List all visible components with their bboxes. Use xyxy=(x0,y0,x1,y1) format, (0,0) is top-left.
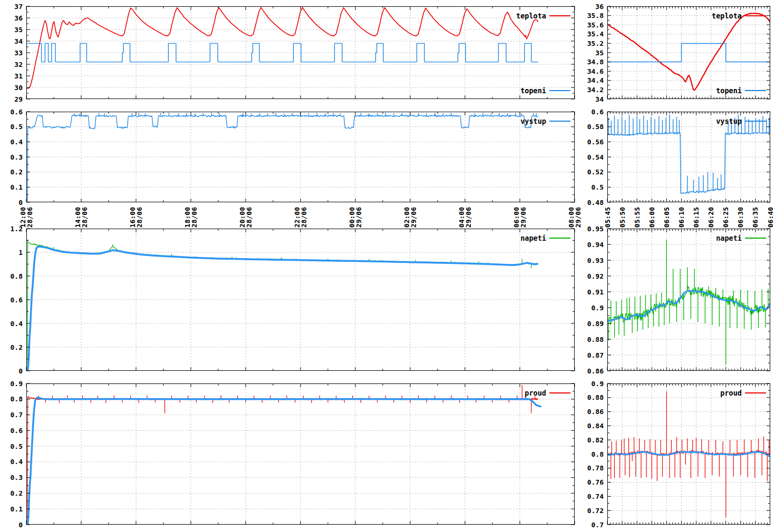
y-tick-label: 29 xyxy=(14,95,23,103)
legend-label-vystup: vystup xyxy=(520,117,546,125)
y-tick-label: 35.8 xyxy=(587,12,604,19)
y-tick-label: 34 xyxy=(14,37,23,45)
series-proud-smoothed-line xyxy=(28,398,541,525)
y-tick-label: 0.89 xyxy=(587,320,604,328)
y-tick-label: 0.72 xyxy=(587,507,604,515)
y-tick-label: 0.88 xyxy=(587,393,604,401)
series-vystup-line xyxy=(607,115,770,194)
y-tick-label: 0.94 xyxy=(587,241,604,249)
y-tick-label: 1.2 xyxy=(11,225,23,233)
grid-vystup-overview xyxy=(26,112,575,202)
legend-label-proud: proud xyxy=(525,389,546,397)
x-tick-labels-vystup-overview: 12:0028/0614:0028/0616:0028/0618:0028/06… xyxy=(19,207,582,228)
y-tick-label: 0.95 xyxy=(587,225,604,233)
y-tick-label: 34 xyxy=(595,95,604,103)
y-tick-label: 0.82 xyxy=(587,436,604,444)
grid-proud-overview xyxy=(26,383,575,525)
y-tick-labels-napeti-overview: 00.20.40.60.811.2 xyxy=(11,225,23,375)
y-tick-label: 0.5 xyxy=(11,442,23,450)
y-tick-label: 0.1 xyxy=(11,505,23,513)
series-group-vystup-detail xyxy=(607,115,770,194)
charts-canvas: 293031323334353637teplotatopeni3434.234.… xyxy=(0,0,775,532)
y-tick-label: 0.56 xyxy=(587,138,604,146)
y-tick-labels-teplota-topeni-overview: 293031323334353637 xyxy=(14,3,23,103)
y-tick-label: 30 xyxy=(14,84,23,92)
panel-vystup-detail: 0.480.50.520.540.560.580.605:4505:5005:5… xyxy=(587,108,774,228)
y-tick-label: 0.76 xyxy=(587,478,604,486)
series-group-proud-detail xyxy=(607,391,770,518)
grid-napeti-overview xyxy=(26,229,575,371)
x-tick-label-time: 05:45 xyxy=(604,207,612,228)
y-tick-label: 1 xyxy=(18,249,23,257)
gnuplot-multiplot: 293031323334353637teplotatopeni3434.234.… xyxy=(0,0,775,532)
y-tick-label: 0.92 xyxy=(587,272,604,280)
y-tick-label: 32 xyxy=(14,61,23,68)
y-tick-labels-napeti-detail: 0.860.870.880.890.90.910.920.930.940.95 xyxy=(587,225,604,375)
series-napeti-line xyxy=(607,240,770,364)
y-tick-label: 0.4 xyxy=(11,138,23,146)
x-tick-labels-vystup-detail: 05:4505:5005:5506:0006:0506:1006:1506:20… xyxy=(604,207,774,228)
y-tick-labels-proud-overview: 00.10.20.30.40.50.60.70.80.9 xyxy=(11,380,23,529)
y-tick-label: 34.8 xyxy=(587,58,604,66)
axes-napeti-detail xyxy=(607,229,770,371)
y-tick-label: 0.6 xyxy=(592,108,604,116)
y-tick-label: 0.4 xyxy=(11,320,23,328)
x-tick-label-time: 05:50 xyxy=(618,207,626,228)
y-tick-label: 0.88 xyxy=(587,336,604,343)
y-tick-labels-proud-detail: 0.70.720.740.760.780.80.820.840.860.880.… xyxy=(587,380,604,529)
x-tick-label-time: 06:00 xyxy=(648,207,656,228)
legend-label-topeni: topeni xyxy=(520,86,546,95)
y-tick-label: 0.86 xyxy=(587,408,604,416)
y-tick-label: 0 xyxy=(18,521,23,529)
y-tick-label: 0.8 xyxy=(11,395,23,403)
legend-label-teplota: teplota xyxy=(516,12,546,20)
grid-teplota-topeni-overview xyxy=(26,6,575,99)
x-tick-label-date: 28/06 xyxy=(81,207,89,228)
y-tick-label: 0.6 xyxy=(11,296,23,304)
y-tick-label: 33 xyxy=(14,49,23,57)
y-tick-label: 0.91 xyxy=(587,288,604,296)
x-tick-label-date: 29/06 xyxy=(355,207,363,228)
y-tick-label: 36 xyxy=(14,14,23,22)
x-tick-label-date: 29/06 xyxy=(410,207,418,228)
panel-napeti-detail: 0.860.870.880.890.90.910.920.930.940.95n… xyxy=(587,225,770,375)
x-tick-label-date: 28/06 xyxy=(135,207,143,228)
legend-vystup-overview: vystup xyxy=(520,117,570,125)
x-tick-label-date: 28/06 xyxy=(26,207,34,228)
x-tick-label-time: 06:10 xyxy=(677,207,685,228)
grid-teplota-topeni-detail xyxy=(607,6,770,99)
legend-label-napeti: napeti xyxy=(716,234,742,242)
x-tick-label-time: 06:20 xyxy=(707,207,715,228)
grid-vystup-detail xyxy=(607,112,770,202)
y-tick-label: 0.9 xyxy=(11,380,23,388)
y-tick-label: 35.6 xyxy=(587,21,604,29)
y-tick-label: 0.86 xyxy=(587,367,604,375)
y-tick-label: 0.74 xyxy=(587,492,604,500)
y-tick-label: 0.8 xyxy=(592,450,604,458)
y-tick-labels-vystup-overview: 00.10.20.30.40.50.6 xyxy=(11,108,23,206)
legend-label-proud: proud xyxy=(720,389,742,397)
y-tick-label: 0.6 xyxy=(11,108,23,116)
legend-label-teplota: teplota xyxy=(712,12,742,20)
panel-napeti-overview: 00.20.40.60.811.2napeti xyxy=(11,225,575,375)
y-tick-label: 0 xyxy=(18,199,23,206)
legend-label-napeti: napeti xyxy=(520,234,546,242)
y-tick-label: 0.7 xyxy=(592,521,604,529)
legend-napeti-detail: napeti xyxy=(716,234,766,242)
y-tick-label: 0.3 xyxy=(11,474,23,481)
y-tick-label: 0.2 xyxy=(11,343,23,351)
series-group-napeti-detail xyxy=(607,240,770,364)
x-tick-label-date: 28/06 xyxy=(300,207,308,228)
x-tick-label-time: 06:25 xyxy=(722,207,730,228)
x-tick-label-date: 29/06 xyxy=(464,207,472,228)
series-napeti-smoothed-line xyxy=(28,247,538,371)
y-tick-label: 0.58 xyxy=(587,123,604,131)
y-tick-label: 35 xyxy=(14,26,23,34)
y-tick-labels-teplota-topeni-detail: 3434.234.434.634.83535.235.435.635.836 xyxy=(587,3,604,103)
y-tick-label: 0.9 xyxy=(592,380,604,388)
x-tick-label-date: 29/06 xyxy=(519,207,527,228)
x-tick-label-time: 06:40 xyxy=(767,207,774,228)
y-tick-label: 0 xyxy=(18,367,23,375)
y-tick-label: 35 xyxy=(595,49,604,57)
y-tick-label: 0.8 xyxy=(11,272,23,280)
